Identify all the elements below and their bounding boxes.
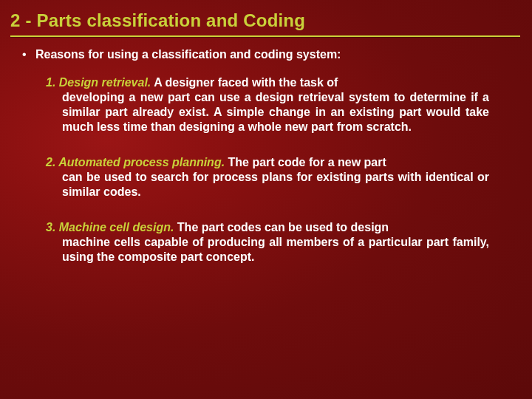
item-first-tail: The part code for a new part [225, 156, 386, 168]
item-lead: 1. Design retrieval. [46, 76, 151, 89]
numbered-list: 1. Design retrieval. A designer faced wi… [46, 75, 489, 265]
slide-content: • Reasons for using a classification and… [0, 37, 532, 265]
item-lead: 2. Automated process planning. [46, 156, 225, 168]
list-item: 2. Automated process planning. The part … [46, 155, 489, 200]
item-rest: machine cells capable of producing all m… [46, 235, 489, 265]
slide: 2 - Parts classification and Coding • Re… [0, 0, 532, 399]
bullet-row: • Reasons for using a classification and… [22, 47, 497, 62]
item-first-tail: A designer faced with the task of [151, 76, 338, 89]
item-rest: developing a new part can use a design r… [46, 90, 489, 134]
slide-title: 2 - Parts classification and Coding [0, 0, 532, 35]
list-item: 1. Design retrieval. A designer faced wi… [46, 75, 489, 134]
item-lead: 3. Machine cell design. [46, 221, 174, 233]
item-first-tail: The part codes can be used to design [174, 221, 389, 233]
item-rest: can be used to search for process plans … [46, 170, 489, 200]
list-item: 3. Machine cell design. The part codes c… [46, 220, 489, 265]
bullet-marker: • [22, 47, 35, 62]
bullet-text: Reasons for using a classification and c… [35, 47, 497, 62]
